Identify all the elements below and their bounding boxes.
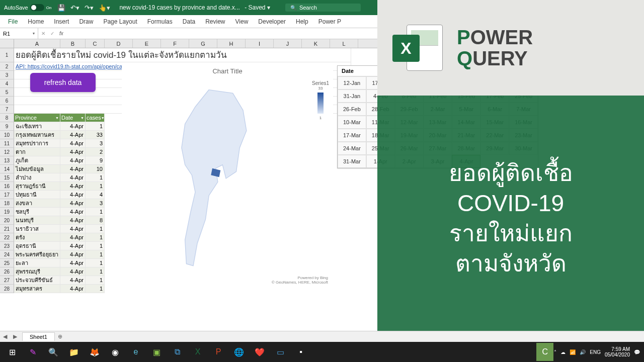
row-20[interactable]: 20 <box>0 216 14 225</box>
slicer-item[interactable]: 31-Mar <box>338 155 366 168</box>
row-12[interactable]: 12 <box>0 148 14 156</box>
touch-icon[interactable]: 👆▾ <box>99 4 110 12</box>
row-26[interactable]: 26 <box>0 267 14 276</box>
taskbar-app[interactable]: ❤️ <box>250 343 270 361</box>
taskbar-powerpoint[interactable]: P <box>208 343 228 361</box>
cancel-icon[interactable]: ✕ <box>41 31 45 36</box>
row-19[interactable]: 19 <box>0 208 14 216</box>
name-box[interactable]: R1 <box>0 28 38 39</box>
slicer-item[interactable]: 10-Mar <box>338 116 366 129</box>
col-A[interactable]: A <box>14 39 60 48</box>
row-23[interactable]: 23 <box>0 242 14 250</box>
taskbar-excel[interactable]: X <box>188 343 208 361</box>
row-4[interactable]: 4 <box>0 79 14 88</box>
add-sheet-button[interactable]: ⊕ <box>58 333 62 340</box>
taskbar-app[interactable]: ✎ <box>23 343 43 361</box>
tab-pagelayout[interactable]: Page Layout <box>98 16 142 27</box>
col-D[interactable]: D <box>105 39 133 48</box>
taskbar-app[interactable]: ▭ <box>270 343 290 361</box>
col-B[interactable]: B <box>60 39 86 48</box>
row-9[interactable]: 9 <box>0 122 14 131</box>
row-6[interactable]: 6 <box>0 97 14 105</box>
tab-help[interactable]: Help <box>291 16 313 27</box>
tab-formulas[interactable]: Formulas <box>142 16 178 27</box>
row-1[interactable]: 1 <box>0 48 14 62</box>
slicer-item[interactable]: 12-Jan <box>338 76 366 89</box>
start-button[interactable]: ⊞ <box>2 343 22 361</box>
tab-developer[interactable]: Developer <box>253 16 291 27</box>
row-16[interactable]: 16 <box>0 182 14 191</box>
refresh-data-button[interactable]: refresh data <box>30 73 96 92</box>
col-H[interactable]: H <box>217 39 246 48</box>
tab-draw[interactable]: Draw <box>74 16 98 27</box>
row-21[interactable]: 21 <box>0 225 14 233</box>
row-11[interactable]: 11 <box>0 139 14 148</box>
taskbar-app[interactable]: 🌐 <box>229 343 249 361</box>
row-7[interactable]: 7 <box>0 105 14 114</box>
tray-notifications-icon[interactable]: 💬 <box>634 349 640 355</box>
taskbar-camtasia[interactable]: C <box>536 343 553 361</box>
search-box[interactable]: Search <box>285 4 361 12</box>
col-E[interactable]: E <box>133 39 161 48</box>
row-24[interactable]: 24 <box>0 250 14 259</box>
row-25[interactable]: 25 <box>0 259 14 267</box>
row-28[interactable]: 28 <box>0 285 14 293</box>
tab-review[interactable]: Review <box>200 16 230 27</box>
row-2[interactable]: 2 <box>0 62 14 71</box>
row-22[interactable]: 22 <box>0 233 14 242</box>
col-G[interactable]: G <box>189 39 217 48</box>
slicer-item[interactable]: 17-Mar <box>338 129 366 142</box>
tab-insert[interactable]: Insert <box>49 16 74 27</box>
tray-lang[interactable]: ENG <box>590 349 601 355</box>
taskbar-explorer[interactable]: 📁 <box>64 343 84 361</box>
col-C[interactable]: C <box>86 39 105 48</box>
row-14[interactable]: 14 <box>0 165 14 173</box>
sheet-nav-prev[interactable]: ◀ <box>0 333 10 340</box>
taskbar-app[interactable]: ▣ <box>146 343 167 361</box>
tab-view[interactable]: View <box>230 16 254 27</box>
taskbar-edge[interactable]: e <box>126 343 146 361</box>
redo-icon[interactable]: ↷▾ <box>85 4 94 12</box>
tray-chevron-icon[interactable]: ˄ <box>554 349 556 355</box>
taskbar-vscode[interactable]: ⧉ <box>167 343 187 361</box>
sheet-tab-sheet1[interactable]: Sheet1 <box>22 332 55 341</box>
api-link[interactable]: API: https://covid19.th-stat.com/api/ope… <box>16 63 131 69</box>
row-3[interactable]: 3 <box>0 71 14 79</box>
th-cases[interactable]: cases▼ <box>86 114 105 122</box>
slicer-item[interactable]: 24-Mar <box>338 142 366 155</box>
row-18[interactable]: 18 <box>0 199 14 208</box>
col-J[interactable]: J <box>274 39 302 48</box>
tray-volume-icon[interactable]: 🔊 <box>580 349 586 355</box>
sheet-nav-next[interactable]: ▶ <box>10 333 20 340</box>
row-17[interactable]: 17 <box>0 191 14 199</box>
th-date[interactable]: Date▼ <box>60 114 86 122</box>
tray-clock[interactable]: 7:59 AM 05/04/2020 <box>605 346 630 357</box>
row-27[interactable]: 27 <box>0 276 14 285</box>
system-tray[interactable]: ˄ ☁ 📶 🔊 ENG 7:59 AM 05/04/2020 💬 <box>554 346 642 357</box>
tray-wifi-icon[interactable]: 📶 <box>570 349 576 355</box>
save-icon[interactable]: 💾 <box>57 4 65 12</box>
slicer-item[interactable]: 26-Feb <box>338 103 366 116</box>
map-chart[interactable]: Chart Title Series1 33 1 Powered by Bing… <box>122 65 333 287</box>
tab-file[interactable]: File <box>3 16 23 27</box>
taskbar-cmd[interactable]: ▪ <box>291 343 311 361</box>
tab-home[interactable]: Home <box>23 16 49 27</box>
taskbar-chrome[interactable]: ◉ <box>105 343 125 361</box>
select-all-button[interactable] <box>0 39 14 48</box>
slicer-item[interactable]: 31-Jan <box>338 89 366 103</box>
col-I[interactable]: I <box>246 39 274 48</box>
row-5[interactable]: 5 <box>0 88 14 97</box>
col-K[interactable]: K <box>302 39 330 48</box>
tab-data[interactable]: Data <box>178 16 200 27</box>
taskbar-app[interactable]: 🔍 <box>43 343 63 361</box>
confirm-icon[interactable]: ✓ <box>50 31 54 36</box>
row-10[interactable]: 10 <box>0 131 14 139</box>
row-15[interactable]: 15 <box>0 173 14 182</box>
col-F[interactable]: F <box>161 39 189 48</box>
th-province[interactable]: Province▼ <box>14 114 60 122</box>
tray-cloud-icon[interactable]: ☁ <box>560 349 566 355</box>
col-L[interactable]: L <box>330 39 358 48</box>
fx-icon[interactable]: fx <box>59 31 63 36</box>
undo-icon[interactable]: ↶▾ <box>70 4 79 12</box>
row-13[interactable]: 13 <box>0 156 14 165</box>
